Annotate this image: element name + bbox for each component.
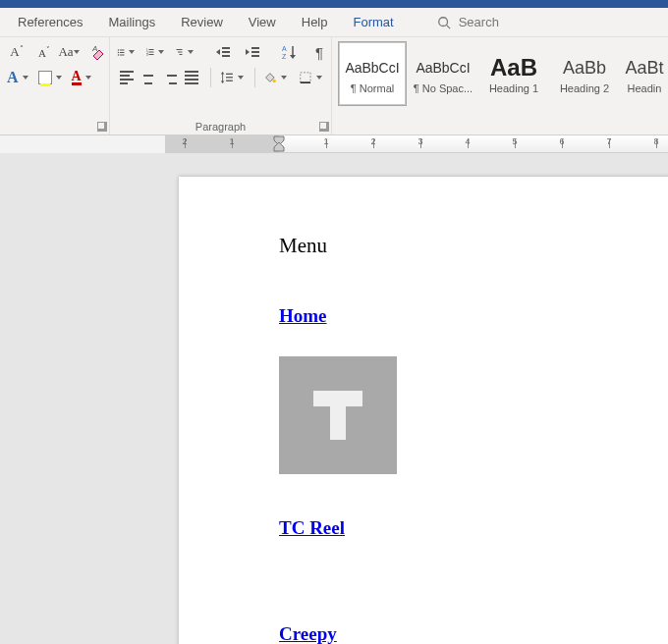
search-box[interactable]: Search [437,15,499,29]
svg-marker-40 [274,142,284,151]
svg-rect-37 [301,73,310,82]
paragraph-dialog-launcher[interactable] [319,122,329,132]
multilevel-list-button[interactable] [175,41,196,63]
tab-help[interactable]: Help [302,15,328,29]
svg-rect-23 [251,47,259,49]
ribbon: A˄ A˅ Aa A A A 123 [0,37,668,135]
tab-references[interactable]: References [18,15,83,29]
pilcrow-icon: ¶ [315,44,323,61]
search-label: Search [459,15,499,29]
page[interactable]: Menu Home TC Reel Creepy [179,177,668,644]
style-heading-2[interactable]: AaBb Heading 2 [550,41,619,106]
image-placeholder[interactable] [279,356,397,474]
tab-mailings[interactable]: Mailings [108,15,155,29]
doc-link-home[interactable]: Home [279,305,668,327]
svg-marker-32 [221,80,224,83]
document-area: Menu Home TC Reel Creepy [0,153,668,644]
highlight-icon [38,71,52,84]
style-normal[interactable]: AaBbCcI ¶ Normal [338,41,407,106]
svg-text:A: A [282,45,287,52]
style-name: Heading 2 [560,82,609,94]
svg-rect-19 [222,47,230,49]
styles-gallery: AaBbCcI ¶ Normal AaBbCcI ¶ No Spac... Aa… [332,37,668,134]
style-name: ¶ Normal [351,82,394,94]
shading-button[interactable] [262,67,290,88]
clear-formatting-button[interactable]: A [88,41,110,63]
style-no-spacing[interactable]: AaBbCcI ¶ No Spac... [409,41,477,106]
increase-indent-button[interactable] [242,41,263,63]
svg-rect-33 [226,74,233,75]
style-preview: AaBbCcI [416,53,470,82]
svg-marker-29 [290,55,296,59]
ruler-label: 6 [559,136,564,146]
highlight-button[interactable] [37,67,65,88]
style-preview: AaBbCcI [345,53,399,82]
borders-icon [299,70,312,85]
ruler-label: 1 [323,136,328,146]
paragraph-group: 123 AZ ¶ [110,37,332,134]
bullets-button[interactable] [116,41,138,63]
ruler-label: 3 [418,136,422,146]
align-right-icon [163,71,177,84]
style-heading-1[interactable]: AaB Heading 1 [479,41,548,106]
doc-link-tcreel[interactable]: TC Reel [279,517,668,539]
doc-link-creepy[interactable]: Creepy [279,623,668,644]
svg-rect-17 [180,54,183,55]
numbering-button[interactable]: 123 [145,41,167,63]
tab-view[interactable]: View [249,15,276,29]
svg-rect-20 [222,51,230,53]
svg-rect-8 [120,55,125,56]
svg-rect-16 [178,52,183,53]
ruler-ticks: 2 1 1 2 3 4 5 6 7 8 [165,135,668,152]
title-bar [0,0,668,8]
grow-font-button[interactable]: A˄ [6,41,28,63]
font-color-button[interactable]: A [71,67,94,88]
ruler-label: 2 [182,136,187,146]
tab-review[interactable]: Review [181,15,223,29]
tab-format[interactable]: Format [354,15,394,29]
svg-line-1 [446,25,450,28]
svg-marker-18 [216,49,220,55]
svg-point-3 [118,49,120,51]
separator [254,68,255,87]
style-preview: AaB [490,53,537,82]
sort-icon: AZ [282,44,298,60]
placeholder-icon [313,391,362,440]
ruler-label: 5 [512,136,517,146]
svg-point-7 [118,54,120,56]
align-center-icon [141,71,155,84]
align-center-button[interactable] [138,67,159,88]
svg-rect-25 [251,55,259,57]
style-preview: AaBb [563,53,606,82]
align-left-button[interactable] [116,67,138,88]
horizontal-ruler[interactable]: 2 1 1 2 3 4 5 6 7 8 [165,135,668,153]
paragraph-group-label: Paragraph [110,121,331,133]
ruler-label: 1 [229,136,234,146]
svg-marker-31 [221,72,224,75]
decrease-indent-button[interactable] [212,41,234,63]
svg-rect-10 [149,49,154,50]
ruler-label: 4 [465,136,470,146]
show-hide-button[interactable]: ¶ [308,41,330,63]
svg-marker-22 [246,49,250,55]
doc-text-menu[interactable]: Menu [279,234,668,258]
ruler-label: 8 [653,136,658,146]
sort-button[interactable]: AZ [279,41,301,63]
svg-rect-4 [120,50,125,51]
style-preview: AaBt [625,53,663,82]
font-dialog-launcher[interactable] [97,122,107,132]
separator [210,68,211,87]
numbering-icon: 123 [146,44,154,60]
svg-text:A: A [91,44,97,53]
change-case-button[interactable]: Aa [61,41,83,63]
style-heading-3[interactable]: AaBt Headin [621,41,668,106]
align-right-button[interactable] [159,67,181,88]
borders-button[interactable] [298,67,325,88]
line-spacing-button[interactable] [219,67,247,88]
justify-button[interactable] [181,67,202,88]
text-effects-button[interactable]: A [6,67,31,88]
bullets-icon [117,44,125,60]
hanging-indent-marker[interactable] [273,142,285,152]
svg-rect-34 [226,77,233,78]
shrink-font-button[interactable]: A˅ [33,41,55,63]
